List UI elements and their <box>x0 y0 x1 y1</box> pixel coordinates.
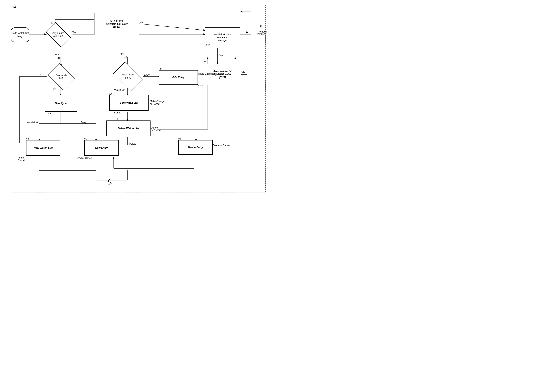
delete-watch-list-box: Delete Watch List <box>106 121 151 136</box>
label-ok-2: OK <box>241 70 245 73</box>
any-entries-diamond: Any entrieswith lists? <box>43 25 74 44</box>
label-40: 40 <box>124 56 127 59</box>
error-dialog-box: Error Dialog No Watch List Error(5511) <box>94 13 139 35</box>
label-send: Send <box>218 54 224 57</box>
label-66: 66 <box>178 137 181 140</box>
label-yes-1: Yes <box>72 31 76 34</box>
label-39: 39 <box>48 112 51 115</box>
any-watch-list-diamond: Any watchlist? <box>46 66 76 88</box>
label-watchlist-1: Watch List <box>114 89 125 91</box>
label-edit: Edit <box>121 53 125 56</box>
label-add-cancel-1: Add orCancel <box>18 156 25 162</box>
label-ok-1: OK <box>140 21 143 24</box>
label-delete-2: Delete <box>114 111 121 114</box>
diagram-container: 24 <box>0 0 268 196</box>
label-48: 48 <box>26 137 29 140</box>
label-52: 52 <box>159 68 161 70</box>
go-to-watch-list-mngr-box: Go to Watch List Mngr <box>11 28 29 42</box>
label-make-change-1: Make Change or Cancel <box>198 72 224 75</box>
label-50: 50 <box>84 137 87 140</box>
delete-entry-box: Delete Entry <box>178 140 213 155</box>
fig-number: 24 <box>13 5 16 9</box>
label-delete-1: Delete <box>197 84 204 87</box>
new-watch-list-box: New Watch List <box>26 140 60 156</box>
label-new: New <box>55 53 59 56</box>
watch-list-manager-box: Watch List Mngr Watch ListManager <box>205 28 240 48</box>
label-no-2: No <box>38 73 41 76</box>
request-label-right: Request <box>259 30 267 33</box>
label-no-1: No <box>50 22 52 24</box>
edit-watch-list-box: Edit Watch List <box>109 95 149 111</box>
label-30: 30 <box>259 24 262 28</box>
label-entry-1: Entry <box>144 74 150 76</box>
label-add-cancel-2: Add or Cancel <box>77 157 92 159</box>
label-60: 60 <box>116 117 118 121</box>
new-entry-box: New Entry <box>84 140 118 156</box>
label-delete-or-cancel-2: Delete or Cancel <box>213 144 230 147</box>
label-28: 28 <box>203 61 206 64</box>
label-24a: 24A <box>205 43 210 46</box>
label-yes-2: Yes <box>52 88 57 90</box>
new-type-box: New Type <box>45 95 77 112</box>
label-watchlist-2: Watch List <box>27 121 38 124</box>
watch-list-entry-diamond: Watch list ofentry? <box>111 65 145 88</box>
label-38: 38 <box>57 56 60 59</box>
label-54: 54 <box>109 93 112 95</box>
label-delete-or-cancel-1: Deleteor Cancel <box>151 126 161 132</box>
label-delete-3: Delete <box>129 143 136 146</box>
label-entry-2: Entry <box>81 121 86 124</box>
edit-entry-box: Edit Entry <box>159 70 198 85</box>
label-make-change-2: Make Changeor Cancel <box>150 100 165 105</box>
